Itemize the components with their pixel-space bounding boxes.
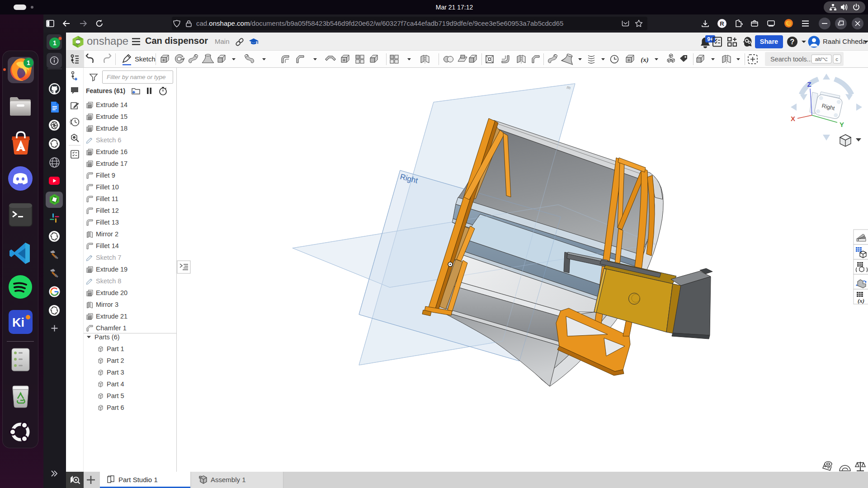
- svg-text:Sketch: Sketch: [135, 55, 156, 63]
- svg-text:R: R: [720, 20, 724, 27]
- svg-text:(x): (x): [858, 297, 864, 304]
- svg-text:alt/⌥: alt/⌥: [815, 56, 828, 62]
- svg-text:Search tools...: Search tools...: [770, 56, 812, 63]
- svg-text:?: ?: [790, 38, 795, 46]
- svg-text:Y: Y: [840, 121, 844, 128]
- svg-text:Z: Z: [807, 80, 811, 88]
- svg-text:X: X: [791, 115, 795, 122]
- svg-text:c: c: [835, 56, 838, 62]
- svg-text:1: 1: [53, 39, 57, 47]
